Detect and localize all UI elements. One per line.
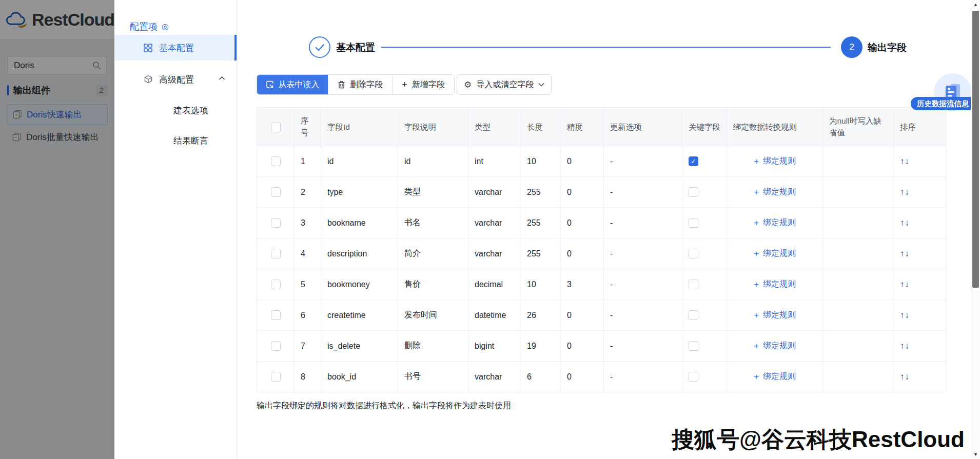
bind-rule-link[interactable]: +绑定规则: [733, 248, 816, 259]
sort-down-icon[interactable]: ↓: [905, 156, 910, 166]
cell-key-field: [682, 362, 727, 392]
key-field-checkbox[interactable]: [689, 310, 698, 320]
stepper-connector: [381, 47, 831, 48]
bind-rule-link[interactable]: +绑定规则: [733, 371, 816, 382]
bind-rule-link[interactable]: +绑定规则: [733, 156, 816, 167]
step-1-basic-config[interactable]: [309, 36, 330, 58]
cell-seq: 6: [295, 300, 321, 331]
row-checkbox[interactable]: [271, 372, 281, 382]
plus-icon: +: [754, 188, 759, 196]
add-field-button[interactable]: + 新增字段: [392, 75, 454, 94]
cell-key-field: ✓: [682, 146, 727, 177]
sort-arrows[interactable]: ↑↓: [900, 249, 910, 258]
row-checkbox[interactable]: [271, 310, 281, 320]
cell-sort: ↑↓: [894, 208, 946, 238]
sort-down-icon[interactable]: ↓: [905, 249, 910, 258]
cell-sort: ↑↓: [894, 269, 946, 300]
sort-up-icon[interactable]: ↑: [900, 249, 905, 258]
scrollbar-thumb[interactable]: [972, 11, 979, 288]
cell-type: bigint: [468, 331, 521, 362]
config-submenu-result-assertion[interactable]: 结果断言: [173, 135, 208, 147]
sort-arrows[interactable]: ↑↓: [900, 341, 910, 351]
cell-precision: 0: [561, 300, 604, 331]
bind-rule-link[interactable]: +绑定规则: [733, 279, 816, 290]
step-2-number: 2: [849, 42, 854, 53]
cell-sort: ↑↓: [894, 146, 946, 177]
sort-up-icon[interactable]: ↑: [900, 187, 905, 197]
read-in-icon: [266, 81, 274, 89]
cell-field-desc: 书名: [398, 208, 468, 238]
sort-down-icon[interactable]: ↓: [905, 341, 910, 351]
key-field-checkbox[interactable]: [689, 187, 698, 197]
sort-arrows[interactable]: ↑↓: [900, 372, 910, 382]
sort-up-icon[interactable]: ↑: [900, 218, 905, 228]
bind-rule-link[interactable]: +绑定规则: [733, 217, 816, 228]
sort-down-icon[interactable]: ↓: [905, 280, 910, 289]
row-checkbox[interactable]: [271, 280, 281, 289]
row-checkbox[interactable]: [271, 341, 281, 351]
sort-arrows[interactable]: ↑↓: [900, 156, 910, 166]
step-2-output-fields[interactable]: 2: [841, 36, 863, 58]
cell-sort: ↑↓: [894, 300, 946, 331]
sort-down-icon[interactable]: ↓: [905, 187, 910, 197]
delete-field-button[interactable]: 删除字段: [328, 75, 392, 94]
read-from-table-label: 从表中读入: [279, 79, 320, 90]
sort-up-icon[interactable]: ↑: [900, 156, 905, 166]
page-scrollbar[interactable]: ▲ ▼: [971, 0, 980, 459]
config-panel-title-text: 配置项: [130, 21, 158, 33]
row-checkbox[interactable]: [271, 156, 281, 166]
row-checkbox[interactable]: [271, 187, 281, 197]
key-field-checkbox[interactable]: [689, 280, 698, 289]
output-fields-drawer: 基本配置 2 输出字段 从表中读入 删除字段 + 新增字: [237, 0, 971, 459]
key-field-checkbox[interactable]: [689, 341, 698, 351]
row-checkbox[interactable]: [271, 249, 281, 258]
sort-arrows[interactable]: ↑↓: [900, 280, 910, 289]
config-submenu-table-options[interactable]: 建表选项: [173, 105, 208, 116]
sort-up-icon[interactable]: ↑: [900, 341, 905, 351]
cell-type: varchar: [468, 177, 521, 208]
row-checkbox[interactable]: [271, 218, 281, 228]
target-icon: ◎: [162, 23, 169, 31]
history-dataflow-badge[interactable]: 历史数据流信息: [911, 97, 975, 110]
bind-rule-link[interactable]: +绑定规则: [733, 341, 816, 351]
cell-bind-rule: +绑定规则: [727, 177, 823, 208]
sort-down-icon[interactable]: ↓: [905, 310, 910, 320]
col-header-field-desc: 字段说明: [398, 108, 468, 146]
read-from-table-button[interactable]: 从表中读入: [257, 75, 328, 94]
sort-up-icon[interactable]: ↑: [900, 310, 905, 320]
bind-rule-link[interactable]: +绑定规则: [733, 187, 816, 197]
plus-icon: +: [754, 249, 759, 258]
key-field-checkbox[interactable]: [689, 218, 698, 228]
cell-bind-rule: +绑定规则: [727, 146, 823, 177]
config-menu-basic-config[interactable]: 基本配置: [114, 35, 237, 61]
footer-note: 输出字段绑定的规则将对数据进行格式化，输出字段将作为建表时使用: [257, 401, 511, 411]
plus-icon: +: [754, 218, 759, 227]
sort-arrows[interactable]: ↑↓: [900, 187, 910, 197]
key-field-checkbox[interactable]: [689, 372, 698, 382]
sort-up-icon[interactable]: ↑: [900, 372, 905, 382]
chevron-up-icon[interactable]: [219, 76, 225, 81]
scroll-up-arrow[interactable]: ▲: [971, 2, 980, 7]
key-field-checkbox[interactable]: ✓: [689, 156, 698, 166]
modal-backdrop[interactable]: [0, 0, 114, 459]
cell-type: varchar: [468, 238, 521, 269]
cell-null-default: [823, 331, 894, 362]
sort-up-icon[interactable]: ↑: [900, 280, 905, 289]
sort-arrows[interactable]: ↑↓: [900, 310, 910, 320]
sort-down-icon[interactable]: ↓: [905, 218, 910, 228]
bind-rule-label: 绑定规则: [763, 217, 796, 228]
cell-update-option: -: [604, 362, 682, 392]
cell-key-field: [682, 177, 727, 208]
bind-rule-link[interactable]: +绑定规则: [733, 310, 816, 321]
key-field-checkbox[interactable]: [689, 249, 698, 258]
config-menu-advanced-config[interactable]: 高级配置: [114, 67, 237, 92]
header-checkbox[interactable]: [271, 123, 281, 132]
scroll-down-arrow[interactable]: ▼: [971, 452, 980, 457]
cell-precision: 0: [561, 331, 604, 362]
cell-sort: ↑↓: [894, 177, 946, 208]
config-panel: 配置项 ◎ 基本配置 高级配置: [114, 0, 237, 459]
sort-arrows[interactable]: ↑↓: [900, 218, 910, 228]
cell-bind-rule: +绑定规则: [727, 208, 823, 238]
sort-down-icon[interactable]: ↓: [905, 372, 910, 382]
import-or-clear-dropdown[interactable]: ⚙ 导入或清空字段: [457, 74, 552, 95]
